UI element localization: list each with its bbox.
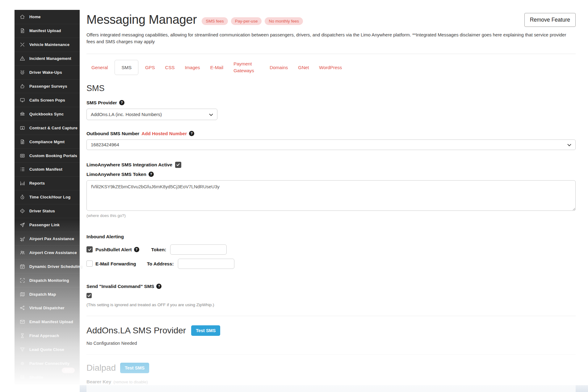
- sidebar-item-custom-manifest[interactable]: Custom Manifest: [15, 162, 80, 176]
- addons-test-sms-button[interactable]: Test SMS: [191, 325, 220, 336]
- tab-wordpress[interactable]: WordPress: [319, 65, 342, 70]
- pushbullet-checkbox[interactable]: [86, 246, 93, 252]
- sidebar-item-label: Shuttle: [29, 375, 43, 380]
- invalid-command-checkbox[interactable]: [86, 293, 92, 298]
- tab-domains[interactable]: Domains: [270, 65, 288, 70]
- sms-provider-value: AddOns.LA (inc. Hosted Numbers): [91, 112, 162, 117]
- people-icon: [19, 249, 25, 256]
- tab-css[interactable]: CSS: [165, 65, 175, 70]
- tab-images[interactable]: Images: [185, 65, 200, 70]
- pushbullet-token-label: Token:: [151, 247, 166, 252]
- card-capture-icon: [19, 125, 25, 131]
- sidebar-item-label: Airport Crew Assistance: [29, 250, 77, 255]
- email-forwarding-checkbox[interactable]: [86, 261, 93, 267]
- share-network-icon: [19, 305, 25, 311]
- sidebar-item-compliance-mgmt[interactable]: Compliance Mgmt: [15, 135, 80, 148]
- page-title: Messaging Manager: [86, 12, 197, 27]
- sidebar-item-label: Email Manifest Upload: [29, 319, 73, 324]
- dialpad-header: Dialpad Test SMS: [86, 363, 576, 373]
- sms-provider-select[interactable]: AddOns.LA (inc. Hosted Numbers): [86, 109, 217, 120]
- token-hint: (where does this go?): [86, 213, 576, 218]
- tab-sms[interactable]: SMS: [115, 60, 138, 75]
- remove-feature-button[interactable]: Remove Feature: [524, 13, 576, 27]
- sidebar-item-email-manifest-upload[interactable]: Email Manifest Upload: [15, 315, 80, 329]
- sidebar: HomeManifest UploadVehicle MaintenanceIn…: [15, 10, 80, 384]
- add-hosted-number-link[interactable]: Add Hosted Number: [141, 131, 187, 136]
- tab-payment-gateways[interactable]: Payment Gateways: [233, 60, 259, 74]
- sidebar-item-final-approach[interactable]: Final Approach: [15, 329, 80, 343]
- sidebar-item-dispatch-monitoring[interactable]: Dispatch Monitoring: [15, 273, 80, 287]
- tab-gnet[interactable]: GNet: [298, 65, 309, 70]
- sidebar-item-manifest-upload[interactable]: Manifest Upload: [15, 24, 80, 38]
- sidebar-item-label: Custom Booking Portals: [29, 153, 77, 158]
- sidebar-item-reports[interactable]: Reports: [15, 176, 80, 190]
- sidebar-item-airport-pax-assistance[interactable]: Airport Pax Assistance: [15, 232, 80, 246]
- sidebar-item-contract-card-capture[interactable]: Contract & Card Capture: [15, 121, 80, 135]
- sidebar-item-driver-wake-ups[interactable]: Driver Wake-Ups: [15, 65, 80, 79]
- tab-general[interactable]: General: [91, 65, 108, 70]
- fee-badge: No monthly fees: [265, 17, 303, 25]
- funnel-icon: [19, 347, 25, 353]
- help-icon[interactable]: ?: [156, 284, 162, 289]
- bearer-key-hint: (remove to disable): [113, 380, 148, 384]
- calendar-check-icon: [19, 263, 25, 269]
- sidebar-item-custom-booking-portals[interactable]: Custom Booking Portals: [15, 148, 80, 162]
- alarm-clock-icon: [19, 69, 25, 76]
- sidebar-item-incident-management[interactable]: Incident Management: [15, 52, 80, 65]
- fee-badge: SMS fees: [202, 17, 228, 25]
- sidebar-item-calls-screen-pops[interactable]: Calls Screen Pops: [15, 93, 80, 107]
- to-address-label: To Address:: [147, 261, 174, 266]
- manifest-upload-icon: [19, 28, 25, 34]
- sidebar-item-partner-connectivity[interactable]: Partner ConnectivityADD: [15, 357, 80, 370]
- dialpad-title: Dialpad: [86, 363, 116, 373]
- sidebar-nav: HomeManifest UploadVehicle MaintenanceIn…: [15, 10, 80, 384]
- pushbullet-token-input[interactable]: [170, 244, 227, 255]
- sidebar-item-label: Passenger Link: [29, 223, 60, 227]
- airplane-icon: [19, 236, 25, 242]
- token-label-row: LimoAnywhere SMS Token ?: [86, 172, 576, 177]
- sidebar-item-quickbooks-sync[interactable]: Quickbooks Sync: [15, 107, 80, 121]
- sidebar-item-virtual-dispatcher[interactable]: Virtual Dispatcher: [15, 301, 80, 315]
- bearer-key-label: Bearer Key: [86, 379, 111, 384]
- pushbullet-row: PushBullet Alert ? Token:: [86, 244, 576, 255]
- scan-frame-icon: [19, 277, 25, 283]
- dialpad-test-sms-button[interactable]: Test SMS: [120, 363, 149, 373]
- sidebar-item-label: Compliance Mgmt: [29, 140, 65, 144]
- sidebar-item-passenger-link[interactable]: Passenger Link: [15, 218, 80, 232]
- sidebar-item-driver-status[interactable]: Driver Status: [15, 204, 80, 218]
- help-icon[interactable]: ?: [149, 172, 154, 177]
- map-icon: [19, 291, 25, 297]
- sidebar-item-label: Passenger Surveys: [29, 84, 67, 89]
- page-bottom-edge: [80, 385, 588, 392]
- sidebar-item-dispatch-map[interactable]: Dispatch Map: [15, 287, 80, 301]
- tab-gps[interactable]: GPS: [145, 65, 155, 70]
- integration-active-checkbox[interactable]: [175, 162, 181, 168]
- bar-chart-icon: [19, 180, 25, 186]
- sidebar-item-label: Driver Wake-Ups: [29, 70, 62, 75]
- sidebar-item-home[interactable]: Home: [15, 10, 80, 24]
- sidebar-item-lead-quote-close[interactable]: Lead Quote Close: [15, 343, 80, 357]
- sidebar-item-time-clock-hour-log[interactable]: Time Clock/Hour Log: [15, 190, 80, 204]
- outbound-sms-number-select[interactable]: 16823424964: [86, 140, 576, 150]
- header-divider: [86, 54, 576, 54]
- invalid-command-checkbox-row: [86, 293, 576, 299]
- sidebar-item-passenger-surveys[interactable]: Passenger Surveys: [15, 79, 80, 93]
- outbound-label-row: Outbound SMS Number Add Hosted Number ?: [86, 131, 576, 136]
- tab-e-mail[interactable]: E-Mail: [210, 65, 224, 70]
- sidebar-item-label: Contract & Card Capture: [29, 126, 78, 130]
- to-address-input[interactable]: [178, 259, 234, 269]
- help-icon[interactable]: ?: [189, 131, 194, 136]
- help-icon[interactable]: ?: [119, 100, 124, 105]
- email-forwarding-label: E-Mail Forwarding: [95, 261, 136, 266]
- sms-token-textarea[interactable]: fVlil2KSY9kZEbmCtIvu2bGfuJ6mK8yd5Cj3EoV7…: [86, 180, 576, 211]
- help-icon[interactable]: ?: [134, 247, 139, 252]
- sidebar-item-airport-crew-assistance[interactable]: Airport Crew Assistance: [15, 245, 80, 259]
- sidebar-item-label: Dispatch Monitoring: [29, 278, 69, 283]
- sidebar-item-label: Incident Management: [29, 56, 71, 61]
- sidebar-item-dynamic-driver-scheduling[interactable]: Dynamic Driver Scheduling: [15, 259, 80, 273]
- sidebar-item-vehicle-maintenance[interactable]: Vehicle Maintenance: [15, 38, 80, 52]
- home-icon: [19, 14, 25, 20]
- bank-icon: [19, 111, 25, 117]
- sidebar-item-label: Quickbooks Sync: [29, 112, 64, 116]
- sidebar-item-label: Reports: [29, 181, 45, 186]
